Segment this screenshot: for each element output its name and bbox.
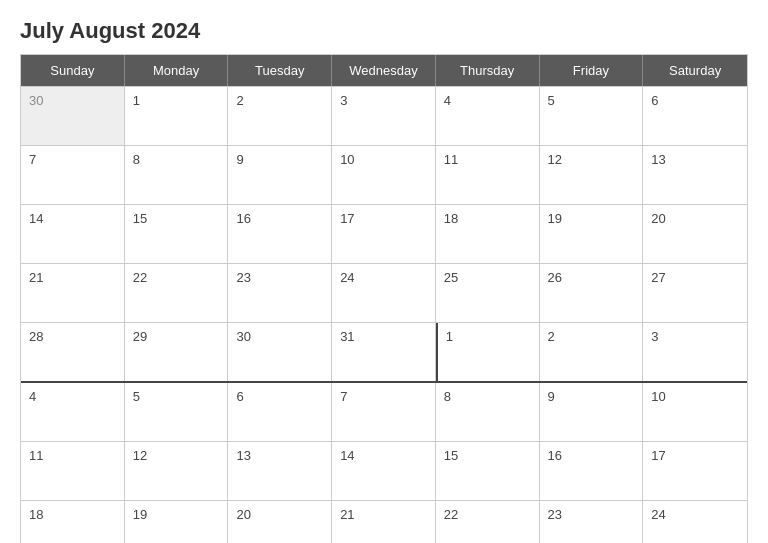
calendar-cell-6-1: 12 xyxy=(125,442,229,500)
calendar-cell-4-2: 30 xyxy=(228,323,332,381)
calendar-cell-2-0: 14 xyxy=(21,205,125,263)
calendar-header: SundayMondayTuesdayWednesdayThursdayFrid… xyxy=(21,55,747,86)
calendar-cell-5-1: 5 xyxy=(125,383,229,441)
calendar-page: July August 2024 SundayMondayTuesdayWedn… xyxy=(0,0,768,543)
header-day-friday: Friday xyxy=(540,55,644,86)
calendar-cell-0-6: 6 xyxy=(643,87,747,145)
calendar-cell-7-2: 20 xyxy=(228,501,332,543)
calendar-cell-6-2: 13 xyxy=(228,442,332,500)
calendar-cell-1-1: 8 xyxy=(125,146,229,204)
calendar-cell-2-2: 16 xyxy=(228,205,332,263)
header-day-sunday: Sunday xyxy=(21,55,125,86)
calendar-cell-7-3: 21 xyxy=(332,501,436,543)
calendar-cell-5-2: 6 xyxy=(228,383,332,441)
calendar-cell-0-4: 4 xyxy=(436,87,540,145)
calendar-week-7: 18192021222324 xyxy=(21,500,747,543)
calendar-cell-1-0: 7 xyxy=(21,146,125,204)
calendar-cell-6-4: 15 xyxy=(436,442,540,500)
calendar-container: SundayMondayTuesdayWednesdayThursdayFrid… xyxy=(20,54,748,543)
calendar-cell-7-6: 24 xyxy=(643,501,747,543)
calendar-cell-3-2: 23 xyxy=(228,264,332,322)
calendar-cell-7-5: 23 xyxy=(540,501,644,543)
calendar-cell-5-4: 8 xyxy=(436,383,540,441)
calendar-cell-1-3: 10 xyxy=(332,146,436,204)
calendar-cell-7-1: 19 xyxy=(125,501,229,543)
calendar-week-3: 21222324252627 xyxy=(21,263,747,322)
calendar-title: July August 2024 xyxy=(20,18,748,44)
calendar-cell-4-5: 2 xyxy=(540,323,644,381)
calendar-cell-5-0: 4 xyxy=(21,383,125,441)
calendar-cell-5-6: 10 xyxy=(643,383,747,441)
calendar-cell-4-6: 3 xyxy=(643,323,747,381)
calendar-week-1: 78910111213 xyxy=(21,145,747,204)
calendar-cell-6-3: 14 xyxy=(332,442,436,500)
calendar-cell-4-0: 28 xyxy=(21,323,125,381)
calendar-cell-3-4: 25 xyxy=(436,264,540,322)
calendar-cell-1-5: 12 xyxy=(540,146,644,204)
calendar-cell-6-0: 11 xyxy=(21,442,125,500)
calendar-cell-2-4: 18 xyxy=(436,205,540,263)
calendar-week-5: 45678910 xyxy=(21,381,747,441)
calendar-cell-3-3: 24 xyxy=(332,264,436,322)
calendar-week-4: 28293031123 xyxy=(21,322,747,381)
calendar-cell-6-6: 17 xyxy=(643,442,747,500)
calendar-cell-3-1: 22 xyxy=(125,264,229,322)
calendar-week-2: 14151617181920 xyxy=(21,204,747,263)
calendar-body: 3012345678910111213141516171819202122232… xyxy=(21,86,747,543)
calendar-cell-2-6: 20 xyxy=(643,205,747,263)
header-day-wednesday: Wednesday xyxy=(332,55,436,86)
calendar-cell-2-1: 15 xyxy=(125,205,229,263)
calendar-cell-1-6: 13 xyxy=(643,146,747,204)
calendar-cell-5-3: 7 xyxy=(332,383,436,441)
calendar-cell-5-5: 9 xyxy=(540,383,644,441)
calendar-cell-0-2: 2 xyxy=(228,87,332,145)
calendar-cell-0-3: 3 xyxy=(332,87,436,145)
calendar-cell-6-5: 16 xyxy=(540,442,644,500)
calendar-cell-1-2: 9 xyxy=(228,146,332,204)
calendar-week-0: 30123456 xyxy=(21,86,747,145)
header-day-thursday: Thursday xyxy=(436,55,540,86)
calendar-cell-0-5: 5 xyxy=(540,87,644,145)
calendar-cell-0-1: 1 xyxy=(125,87,229,145)
calendar-cell-4-4: 1 xyxy=(436,323,540,381)
calendar-cell-3-0: 21 xyxy=(21,264,125,322)
calendar-cell-2-3: 17 xyxy=(332,205,436,263)
calendar-cell-2-5: 19 xyxy=(540,205,644,263)
calendar-cell-1-4: 11 xyxy=(436,146,540,204)
calendar-cell-4-1: 29 xyxy=(125,323,229,381)
calendar-cell-4-3: 31 xyxy=(332,323,436,381)
calendar-cell-7-4: 22 xyxy=(436,501,540,543)
calendar-week-6: 11121314151617 xyxy=(21,441,747,500)
header-day-saturday: Saturday xyxy=(643,55,747,86)
header-day-monday: Monday xyxy=(125,55,229,86)
calendar-cell-3-5: 26 xyxy=(540,264,644,322)
calendar-cell-0-0: 30 xyxy=(21,87,125,145)
header-day-tuesday: Tuesday xyxy=(228,55,332,86)
calendar-cell-7-0: 18 xyxy=(21,501,125,543)
calendar-cell-3-6: 27 xyxy=(643,264,747,322)
